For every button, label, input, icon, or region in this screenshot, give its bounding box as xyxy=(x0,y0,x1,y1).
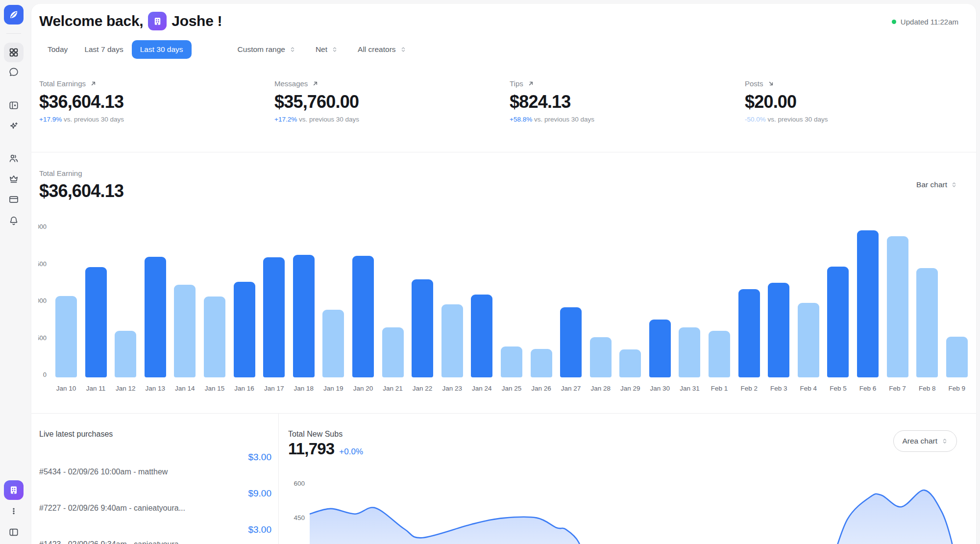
bar-chart-plot xyxy=(55,229,968,377)
bar-feb-1[interactable] xyxy=(709,331,730,377)
bar-jan-23[interactable] xyxy=(441,304,463,377)
bar-feb-9[interactable] xyxy=(946,337,968,377)
bar-jan-30[interactable] xyxy=(649,320,671,377)
purchase-amount: $9.00 xyxy=(39,488,271,499)
users-icon xyxy=(8,153,19,164)
credit-card-icon xyxy=(8,194,19,205)
stat-messages: Messages $35,760.00 +17.2% vs. previous … xyxy=(274,79,510,123)
area-y-tick-450: 450 xyxy=(280,514,305,521)
bar-chart-type-label: Bar chart xyxy=(916,180,947,189)
workspace-avatar[interactable] xyxy=(4,480,24,500)
bar-chart-x-axis: Jan 10Jan 11Jan 12Jan 13Jan 14Jan 15Jan … xyxy=(55,385,968,392)
sidebar-item-messages[interactable] xyxy=(4,62,24,82)
x-tick-label: Jan 21 xyxy=(382,385,404,392)
stats-row: Total Earnings $36,604.13 +17.9% vs. pre… xyxy=(39,79,980,123)
title-suffix: ! xyxy=(218,13,222,29)
bar-chart-type-select[interactable]: Bar chart xyxy=(916,180,957,189)
bar-jan-29[interactable] xyxy=(619,349,641,377)
x-tick-label: Jan 17 xyxy=(263,385,285,392)
tab-today[interactable]: Today xyxy=(39,40,76,59)
sidebar-item-fans[interactable] xyxy=(4,148,24,168)
x-tick-label: Jan 18 xyxy=(293,385,315,392)
bar-feb-4[interactable] xyxy=(798,303,819,377)
bar-jan-27[interactable] xyxy=(560,307,582,377)
sidebar-item-billing[interactable] xyxy=(4,190,24,209)
bar-jan-13[interactable] xyxy=(145,257,166,377)
bar-jan-20[interactable] xyxy=(352,256,374,377)
y-tick-label: 0 xyxy=(38,371,47,379)
custom-range-dropdown[interactable]: Custom range xyxy=(238,45,296,54)
tab-last-30-days[interactable]: Last 30 days xyxy=(132,40,192,59)
new-subs-panel: Total New Subs 11,793 +0.0% xyxy=(288,430,363,458)
bar-jan-26[interactable] xyxy=(531,349,552,377)
bar-jan-19[interactable] xyxy=(322,310,344,377)
bar-feb-6[interactable] xyxy=(857,230,879,377)
chevron-updown-icon xyxy=(289,46,296,53)
x-tick-label: Jan 24 xyxy=(471,385,492,392)
collapse-sidebar-button[interactable] xyxy=(4,522,24,542)
x-tick-label: Feb 6 xyxy=(857,385,879,392)
user-avatar[interactable] xyxy=(148,12,167,30)
stat-value: $824.13 xyxy=(510,92,745,112)
x-tick-label: Feb 7 xyxy=(887,385,908,392)
purchase-item[interactable]: $3.00 #5434 - 02/09/26 10:00am - matthew xyxy=(39,451,271,477)
bar-jan-15[interactable] xyxy=(204,297,225,377)
arrow-up-right-icon xyxy=(527,80,535,87)
live-purchases-panel: Live latest purchases $3.00 #5434 - 02/0… xyxy=(39,430,271,544)
purchase-item[interactable]: $9.00 #7227 - 02/09/26 9:40am - canieaty… xyxy=(39,488,271,513)
bar-jan-21[interactable] xyxy=(382,327,404,377)
bar-jan-24[interactable] xyxy=(471,295,492,377)
tab-last-7-days[interactable]: Last 7 days xyxy=(76,40,131,59)
bar-feb-8[interactable] xyxy=(916,268,938,377)
stat-delta: +17.2% vs. previous 30 days xyxy=(274,116,510,123)
bar-jan-14[interactable] xyxy=(174,285,196,377)
sidebar-item-subscriptions[interactable] xyxy=(4,169,24,189)
live-status-dot xyxy=(892,20,896,24)
x-tick-label: Jan 30 xyxy=(649,385,671,392)
earnings-chart-value: $36,604.13 xyxy=(39,181,123,201)
area-chart-type-select[interactable]: Area chart xyxy=(893,430,957,452)
earnings-chart-title: Total Earning xyxy=(39,169,123,177)
bar-jan-18[interactable] xyxy=(293,255,315,377)
bar-feb-7[interactable] xyxy=(887,236,908,377)
x-tick-label: Feb 3 xyxy=(768,385,789,392)
bar-feb-5[interactable] xyxy=(827,267,849,377)
sidebar-item-dashboard[interactable] xyxy=(4,43,24,62)
arrow-down-right-icon xyxy=(767,80,775,87)
bar-jan-31[interactable] xyxy=(679,327,700,377)
bar-jan-17[interactable] xyxy=(263,257,285,377)
bar-feb-2[interactable] xyxy=(738,289,760,377)
x-tick-label: Jan 15 xyxy=(204,385,225,392)
bar-jan-28[interactable] xyxy=(590,337,612,377)
stat-label: Tips xyxy=(510,79,745,88)
purchase-item[interactable]: $3.00 #1423 - 02/09/26 9:34am - canieaty… xyxy=(39,524,271,544)
bar-jan-12[interactable] xyxy=(115,331,136,377)
filter-bar: Today Last 7 days Last 30 days Custom ra… xyxy=(39,40,426,59)
chevron-updown-icon xyxy=(331,46,338,53)
bar-jan-16[interactable] xyxy=(234,282,255,377)
y-tick-label: 500 xyxy=(38,334,47,343)
x-tick-label: Jan 31 xyxy=(679,385,700,392)
sidebar-item-ai-tools[interactable] xyxy=(4,117,24,136)
purchases-title: Live latest purchases xyxy=(39,430,271,439)
more-menu-button[interactable] xyxy=(4,501,24,521)
stat-delta: +17.9% vs. previous 30 days xyxy=(39,116,274,123)
updated-text: Updated 11:22am xyxy=(901,18,958,26)
sidebar-item-vault[interactable] xyxy=(4,96,24,115)
bar-jan-22[interactable] xyxy=(412,279,433,377)
x-tick-label: Jan 12 xyxy=(115,385,136,392)
stat-tips: Tips $824.13 +58.8% vs. previous 30 days xyxy=(510,79,745,123)
x-tick-label: Feb 5 xyxy=(827,385,849,392)
bar-jan-10[interactable] xyxy=(55,296,77,377)
stat-value: $20.00 xyxy=(745,92,980,112)
area-chart-type-label: Area chart xyxy=(902,437,937,445)
app-logo[interactable] xyxy=(4,5,24,25)
net-dropdown[interactable]: Net xyxy=(316,45,338,54)
sidebar-item-notifications[interactable] xyxy=(4,211,24,230)
bar-jan-25[interactable] xyxy=(501,346,522,377)
x-tick-label: Jan 11 xyxy=(85,385,107,392)
bell-icon xyxy=(8,215,19,226)
all-creators-dropdown[interactable]: All creators xyxy=(358,45,407,54)
bar-feb-3[interactable] xyxy=(768,283,789,377)
bar-jan-11[interactable] xyxy=(85,267,107,377)
